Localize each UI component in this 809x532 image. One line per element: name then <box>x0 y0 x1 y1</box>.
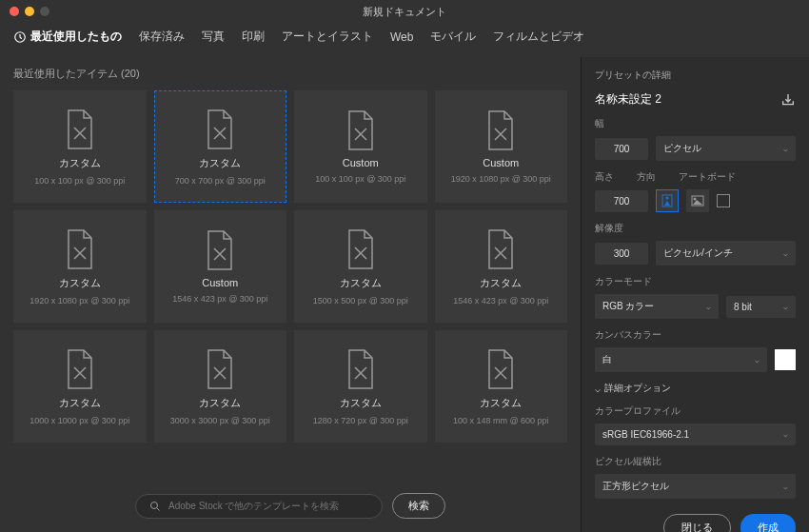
preset-details-header: プリセットの詳細 <box>595 69 796 82</box>
tab-7[interactable]: フィルムとビデオ <box>493 29 584 48</box>
tab-2[interactable]: 写真 <box>202 29 225 48</box>
preset-card-sub: 1546 x 423 px @ 300 ppi <box>453 296 548 305</box>
preset-card[interactable]: カスタム1000 x 1000 px @ 300 ppi <box>13 330 147 443</box>
preset-name[interactable]: 名称未設定 2 <box>595 91 661 108</box>
search-field-wrap[interactable] <box>135 494 383 519</box>
tab-label: モバイル <box>430 29 476 45</box>
preset-card[interactable]: カスタム100 x 100 px @ 300 ppi <box>13 90 147 203</box>
document-icon <box>483 109 518 151</box>
tab-1[interactable]: 保存済み <box>139 29 185 48</box>
tab-label: 最近使用したもの <box>30 29 122 45</box>
tab-3[interactable]: 印刷 <box>242 29 265 48</box>
chevron-down-icon: ⌵ <box>783 249 788 258</box>
pixel-aspect-select[interactable]: 正方形ピクセル⌵ <box>595 474 796 499</box>
tab-label: 保存済み <box>139 29 185 45</box>
preset-card-sub: 1500 x 500 px @ 300 ppi <box>313 296 408 305</box>
preset-grid: カスタム100 x 100 px @ 300 ppiカスタム700 x 700 … <box>13 90 567 443</box>
document-icon <box>63 108 97 150</box>
background-swatch[interactable] <box>775 349 796 370</box>
tab-label: フィルムとビデオ <box>493 29 584 45</box>
document-icon <box>63 348 97 390</box>
create-button[interactable]: 作成 <box>740 514 796 532</box>
artboard-label: アートボード <box>679 170 736 184</box>
chevron-down-icon: ⌵ <box>595 384 601 394</box>
preset-card-sub: 1000 x 1000 px @ 300 ppi <box>30 416 129 425</box>
artboard-checkbox[interactable] <box>717 194 730 207</box>
svg-point-4 <box>666 197 669 200</box>
window-title: 新規ドキュメント <box>0 5 809 19</box>
preset-details-panel: プリセットの詳細 名称未設定 2 幅 ピクセル⌵ 高さ 方向 アートボード 解像… <box>581 57 809 532</box>
color-profile-label: カラープロファイル <box>595 404 796 418</box>
save-preset-icon[interactable] <box>780 92 796 108</box>
preset-card-sub: 100 x 100 px @ 300 ppi <box>34 176 125 186</box>
preset-card-sub: 1546 x 423 px @ 300 ppi <box>172 294 267 304</box>
preset-card-sub: 3000 x 3000 px @ 300 ppi <box>170 416 270 425</box>
titlebar: 新規ドキュメント <box>0 0 809 23</box>
color-profile-select[interactable]: sRGB IEC61966-2.1⌵ <box>595 424 796 445</box>
preset-card-title: カスタム <box>59 396 101 410</box>
tab-4[interactable]: アートとイラスト <box>282 29 373 48</box>
preset-card-title: カスタム <box>480 276 522 290</box>
preset-card[interactable]: カスタム100 x 148 mm @ 600 ppi <box>435 330 568 443</box>
tab-label: Web <box>390 30 413 44</box>
document-icon <box>63 228 97 270</box>
preset-card[interactable]: Custom100 x 100 px @ 300 ppi <box>294 90 427 203</box>
preset-card[interactable]: カスタム700 x 700 px @ 300 ppi <box>154 90 287 203</box>
width-input[interactable] <box>595 138 648 160</box>
color-mode-label: カラーモード <box>595 275 796 288</box>
chevron-down-icon: ⌵ <box>706 303 711 311</box>
background-select[interactable]: 白⌵ <box>595 347 767 372</box>
preset-card-sub: 1920 x 1080 px @ 300 ppi <box>30 296 129 305</box>
resolution-input[interactable] <box>595 243 648 265</box>
preset-card-sub: 100 x 100 px @ 300 ppi <box>315 174 405 184</box>
preset-card-title: Custom <box>202 277 238 288</box>
tab-5[interactable]: Web <box>390 30 413 47</box>
tab-0[interactable]: 最近使用したもの <box>13 29 122 48</box>
tab-6[interactable]: モバイル <box>430 29 476 48</box>
document-icon <box>483 228 518 270</box>
preset-card-title: カスタム <box>59 276 101 290</box>
tab-label: 写真 <box>202 29 225 45</box>
document-icon <box>344 109 378 151</box>
preset-card-title: カスタム <box>199 396 241 410</box>
preset-card-sub: 1280 x 720 px @ 300 ppi <box>313 416 408 425</box>
tab-label: 印刷 <box>242 29 265 45</box>
preset-card-title: Custom <box>483 157 519 168</box>
bit-depth-select[interactable]: 8 bit⌵ <box>726 296 796 318</box>
svg-line-2 <box>157 507 160 510</box>
recent-header: 最近使用したアイテム (20) <box>13 67 567 81</box>
preset-card[interactable]: カスタム1500 x 500 px @ 300 ppi <box>294 210 427 323</box>
preset-card-title: カスタム <box>340 396 382 410</box>
category-tabs: 最近使用したもの保存済み写真印刷アートとイラストWebモバイルフィルムとビデオ <box>0 23 809 57</box>
chevron-down-icon: ⌵ <box>755 356 760 365</box>
document-icon <box>483 348 518 390</box>
resolution-label: 解像度 <box>595 222 796 235</box>
svg-point-6 <box>694 198 697 201</box>
chevron-down-icon: ⌵ <box>783 303 788 311</box>
height-label: 高さ <box>595 170 614 184</box>
preset-card[interactable]: カスタム1920 x 1080 px @ 300 ppi <box>13 210 147 323</box>
preset-card[interactable]: Custom1920 x 1080 px @ 300 ppi <box>435 90 568 203</box>
search-input[interactable] <box>168 501 368 511</box>
document-icon <box>203 348 237 390</box>
chevron-down-icon: ⌵ <box>783 483 788 491</box>
chevron-down-icon: ⌵ <box>783 430 788 439</box>
orientation-label: 方向 <box>637 170 656 184</box>
close-button[interactable]: 閉じる <box>663 514 731 532</box>
advanced-options-toggle[interactable]: ⌵ 詳細オプション <box>595 382 796 395</box>
height-input[interactable] <box>595 190 648 212</box>
color-mode-select[interactable]: RGB カラー⌵ <box>595 294 719 319</box>
preset-card[interactable]: カスタム1546 x 423 px @ 300 ppi <box>435 210 568 323</box>
orientation-landscape-button[interactable] <box>686 189 709 212</box>
svg-point-1 <box>151 502 158 508</box>
background-label: カンバスカラー <box>595 328 796 342</box>
preset-card[interactable]: Custom1546 x 423 px @ 300 ppi <box>154 210 287 323</box>
unit-select[interactable]: ピクセル⌵ <box>656 136 796 161</box>
preset-card[interactable]: カスタム1280 x 720 px @ 300 ppi <box>294 330 427 443</box>
orientation-portrait-button[interactable] <box>656 189 679 212</box>
preset-card[interactable]: カスタム3000 x 3000 px @ 300 ppi <box>154 330 287 443</box>
search-go-button[interactable]: 検索 <box>392 493 445 519</box>
document-icon <box>344 228 378 270</box>
resolution-unit-select[interactable]: ピクセル/インチ⌵ <box>656 241 796 266</box>
preset-gallery: 最近使用したアイテム (20) カスタム100 x 100 px @ 300 p… <box>0 57 581 532</box>
